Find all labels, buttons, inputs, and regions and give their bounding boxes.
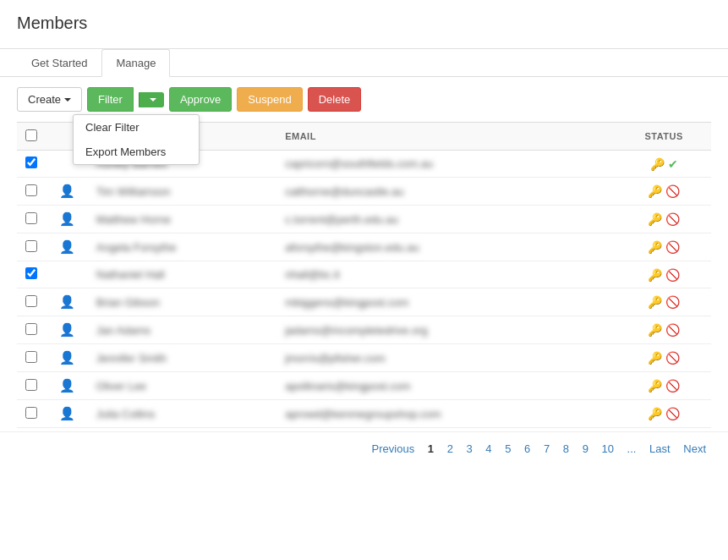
user-avatar-icon: 👤 (59, 350, 75, 365)
member-status: 🔑🚫 (616, 400, 711, 428)
ban-icon: 🚫 (665, 407, 680, 420)
member-status: 🔑🚫 (616, 316, 711, 344)
pagination-last[interactable]: Last (644, 441, 676, 457)
member-email: jmorris@pfisher.com (276, 344, 616, 372)
member-email: capricorn@southfields.com.au (276, 151, 616, 178)
filter-button[interactable]: Filter (87, 87, 134, 112)
user-avatar-icon: 👤 (59, 239, 75, 254)
row-checkbox-0[interactable] (25, 156, 37, 168)
table-row: 👤Brian Gibsonmbiggens@kingpost.com🔑🚫 (17, 288, 711, 316)
member-status: 🔑🚫 (616, 261, 711, 288)
select-all-checkbox[interactable] (25, 129, 37, 141)
pagination-page-5[interactable]: 5 (500, 441, 516, 457)
ban-icon: 🚫 (665, 268, 680, 282)
member-status: 🔑🚫 (616, 344, 711, 372)
row-checkbox-4[interactable] (25, 267, 37, 279)
member-email: c.torrent@perth.edu.au (276, 206, 616, 233)
member-name: Brian Gibson (88, 288, 276, 316)
clear-filter-item[interactable]: Clear Filter (74, 115, 199, 140)
member-email: aprowd@kenmegroupshop.com (276, 400, 616, 428)
user-avatar-icon: 👤 (59, 294, 75, 309)
member-email: aforsythe@kingston.edu.au (276, 233, 616, 261)
member-name: Matthew Horne (88, 206, 276, 233)
table-row: 👤Jennifer Smithjmorris@pfisher.com🔑🚫 (17, 344, 711, 372)
tab-manage[interactable]: Manage (101, 49, 170, 77)
table-row: 👤Julia Collinsaprowd@kenmegroupshop.com🔑… (17, 400, 711, 428)
key-icon: 🔑 (648, 323, 662, 337)
row-checkbox-7[interactable] (25, 351, 37, 363)
create-button[interactable]: Create (17, 87, 82, 112)
row-checkbox-6[interactable] (25, 323, 37, 335)
member-name: Tim Williamson (88, 178, 276, 206)
user-avatar-icon: 👤 (59, 211, 75, 226)
toolbar: Create Filter Approve Suspend Delete Cle… (0, 77, 728, 122)
pagination-page-7[interactable]: 7 (539, 441, 555, 457)
key-icon: 🔑 (648, 240, 662, 254)
create-caret-icon (64, 98, 71, 102)
pagination-ellipsis: ... (622, 441, 642, 457)
export-members-item[interactable]: Export Members (74, 140, 199, 164)
col-header-email: EMAIL (276, 123, 616, 151)
member-email: nhall@bc.it (276, 261, 616, 288)
key-icon: 🔑 (648, 212, 662, 226)
filter-dropdown-button[interactable] (139, 92, 164, 107)
ban-icon: 🚫 (665, 212, 680, 226)
table-row: 👤Jan Adamsjadams@incompletedrive.org🔑🚫 (17, 316, 711, 344)
member-name: Julia Collins (88, 400, 276, 428)
member-status: 🔑✔ (616, 151, 711, 178)
ban-icon: 🚫 (665, 240, 680, 254)
key-icon: 🔑 (648, 184, 662, 198)
user-avatar-icon: 👤 (59, 322, 75, 337)
pagination-page-8[interactable]: 8 (558, 441, 574, 457)
tab-bar: Get Started Manage (0, 49, 728, 77)
key-icon: 🔑 (648, 351, 662, 365)
row-checkbox-5[interactable] (25, 295, 37, 307)
pagination-page-9[interactable]: 9 (577, 441, 594, 457)
member-status: 🔑🚫 (616, 178, 711, 206)
member-name: Angela Forsythe (88, 233, 276, 261)
members-table-container: NAME EMAIL STATUS Ashley Barnescapricorn… (0, 122, 728, 428)
tab-get-started[interactable]: Get Started (17, 49, 101, 77)
pagination-page-6[interactable]: 6 (519, 441, 535, 457)
col-header-check (17, 123, 51, 151)
member-name: Jan Adams (88, 316, 276, 344)
ban-icon: 🚫 (665, 323, 680, 337)
member-email: jadams@incompletedrive.org (276, 316, 616, 344)
member-name: Jennifer Smith (88, 344, 276, 372)
member-name: Nathaniel Hall (88, 261, 276, 288)
pagination-previous[interactable]: Previous (367, 441, 420, 457)
delete-button[interactable]: Delete (308, 87, 362, 112)
user-avatar-icon: 👤 (59, 406, 75, 420)
row-checkbox-3[interactable] (25, 240, 37, 252)
table-row: 👤Matthew Hornec.torrent@perth.edu.au🔑🚫 (17, 206, 711, 233)
col-header-status: STATUS (616, 123, 711, 151)
row-checkbox-1[interactable] (25, 184, 37, 196)
pagination-next[interactable]: Next (678, 441, 711, 457)
approve-button[interactable]: Approve (169, 87, 232, 112)
member-email: apollinaris@kingpost.com (276, 372, 616, 400)
row-checkbox-9[interactable] (25, 407, 37, 419)
pagination-page-1[interactable]: 1 (423, 441, 439, 457)
suspend-button[interactable]: Suspend (237, 87, 302, 112)
row-checkbox-8[interactable] (25, 379, 37, 391)
member-name: Oliver Lee (88, 372, 276, 400)
pagination-bar: Previous 1 2 3 4 5 6 7 8 9 10 ... Last N… (0, 431, 728, 465)
member-status: 🔑🚫 (616, 372, 711, 400)
member-status: 🔑🚫 (616, 206, 711, 233)
pagination-page-2[interactable]: 2 (442, 441, 458, 457)
pagination-page-3[interactable]: 3 (461, 441, 477, 457)
key-icon: 🔑 (648, 295, 662, 309)
key-icon: 🔑 (648, 407, 662, 420)
filter-dropdown-menu: Clear Filter Export Members (73, 114, 200, 165)
ban-icon: 🚫 (665, 184, 680, 198)
pagination-page-10[interactable]: 10 (597, 441, 619, 457)
row-checkbox-2[interactable] (25, 212, 37, 224)
member-email: mbiggens@kingpost.com (276, 288, 616, 316)
user-avatar-icon: 👤 (59, 184, 75, 198)
member-status: 🔑🚫 (616, 288, 711, 316)
pagination-page-4[interactable]: 4 (480, 441, 496, 457)
user-avatar-icon: 👤 (59, 378, 75, 393)
member-status: 🔑🚫 (616, 233, 711, 261)
key-icon: 🔑 (650, 157, 665, 171)
ban-icon: 🚫 (665, 295, 680, 309)
